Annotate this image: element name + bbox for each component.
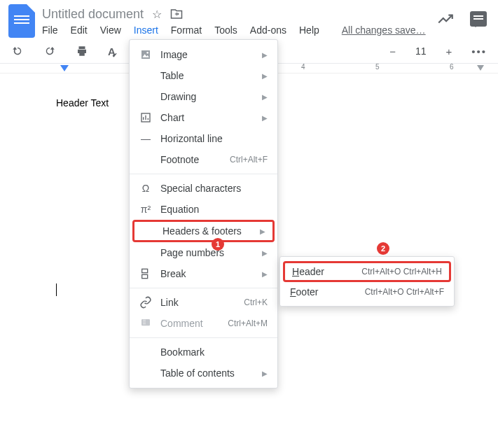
move-icon[interactable] [170,8,183,20]
headers-footers-submenu: Header Ctrl+Alt+O Ctrl+Alt+H Footer Ctrl… [279,256,455,307]
menu-item-horizontal-line[interactable]: — Horizontal line [130,128,277,149]
insert-menu: Image▶ Table▶ Drawing▶ Chart▶ — Horizont… [129,39,278,388]
submenu-item-header[interactable]: Header Ctrl+Alt+O Ctrl+Alt+H [283,261,451,282]
menu-item-special-characters[interactable]: Ω Special characters [130,178,277,199]
menu-bar: File Edit View Insert Format Tools Add-o… [42,24,426,36]
chart-icon [139,111,152,124]
submenu-arrow-icon: ▶ [262,249,268,257]
submenu-arrow-icon: ▶ [262,114,268,122]
print-icon[interactable] [76,45,88,57]
menu-format[interactable]: Format [171,24,202,36]
undo-icon[interactable] [11,45,24,57]
font-size-decrease[interactable]: − [389,46,396,57]
menu-insert[interactable]: Insert [134,24,158,36]
annotation-badge-1: 1 [212,238,224,251]
submenu-arrow-icon: ▶ [262,93,268,101]
annotation-badge-2: 2 [377,242,389,255]
menu-item-chart[interactable]: Chart▶ [130,107,277,128]
pi-icon: π² [139,203,152,216]
text-cursor [56,284,57,296]
app-bar: Untitled document ☆ File Edit View Inser… [0,0,498,38]
menu-item-drawing[interactable]: Drawing▶ [130,86,277,107]
menu-item-image[interactable]: Image▶ [130,44,277,65]
menu-item-link[interactable]: Link Ctrl+K [130,292,277,313]
menu-separator [130,337,277,338]
menu-tools[interactable]: Tools [214,24,237,36]
link-icon [139,296,152,309]
docs-logo[interactable] [8,4,35,38]
font-size-value[interactable]: 11 [415,46,427,57]
menu-item-table[interactable]: Table▶ [130,65,277,86]
omega-icon: Ω [139,182,152,195]
menu-view[interactable]: View [100,24,121,36]
hline-icon: — [139,132,152,145]
submenu-arrow-icon: ▶ [262,72,268,80]
menu-separator [130,288,277,288]
submenu-arrow-icon: ▶ [262,51,268,59]
submenu-item-footer[interactable]: Footer Ctrl+Alt+O Ctrl+Alt+F [280,282,454,302]
menu-item-footnote[interactable]: Footnote Ctrl+Alt+F [130,149,277,170]
save-status[interactable]: All changes save… [342,24,426,36]
spellcheck-icon[interactable]: A✔ [108,46,116,57]
right-indent-marker[interactable] [477,65,484,71]
menu-help[interactable]: Help [299,24,319,36]
menu-file[interactable]: File [42,24,58,36]
menu-item-comment: Comment Ctrl+Alt+M [130,313,277,334]
menu-item-equation[interactable]: π² Equation [130,199,277,220]
activity-icon[interactable] [436,10,455,28]
document-title[interactable]: Untitled document [42,7,144,22]
star-icon[interactable]: ☆ [152,8,162,21]
menu-item-bookmark[interactable]: Bookmark [130,342,277,363]
svg-point-2 [146,52,148,54]
menu-edit[interactable]: Edit [71,24,88,36]
menu-addons[interactable]: Add-ons [250,24,286,36]
submenu-arrow-icon: ▶ [262,270,268,278]
break-icon [139,267,152,280]
image-icon [139,48,152,61]
comment-icon [139,317,152,330]
menu-item-break[interactable]: Break▶ [130,263,277,284]
svg-rect-4 [142,269,148,272]
open-comments-icon[interactable] [470,11,487,27]
font-size-increase[interactable]: + [445,46,452,57]
menu-item-page-numbers[interactable]: Page numbers▶ [130,242,277,263]
menu-item-headers-footers[interactable]: Headers & footers▶ [132,220,275,242]
menu-separator [130,174,277,174]
submenu-arrow-icon: ▶ [262,370,268,377]
redo-icon[interactable] [43,45,56,57]
menu-item-table-of-contents[interactable]: Table of contents▶ [130,363,277,384]
svg-rect-5 [142,274,148,278]
more-tools-icon[interactable]: ••• [471,46,487,57]
svg-rect-0 [141,50,150,59]
left-indent-marker[interactable] [60,65,69,71]
submenu-arrow-icon: ▶ [260,227,265,235]
